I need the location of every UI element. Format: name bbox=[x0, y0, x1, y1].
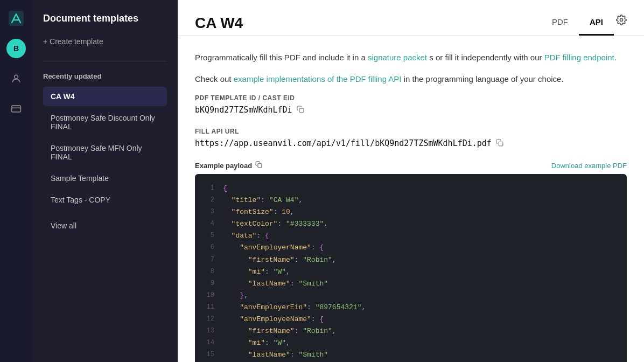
code-line: 6 "anvEmployerName": { bbox=[204, 242, 618, 254]
header-tabs: PDF API bbox=[541, 11, 614, 36]
pdf-filling-endpoint-link[interactable]: PDF filling endpoint bbox=[544, 53, 614, 62]
code-line: 3 "fontSize": 10, bbox=[204, 206, 618, 218]
user-avatar[interactable]: B bbox=[6, 39, 26, 58]
fill-api-url-section: Fill API URL https://app.useanvil.com/ap… bbox=[195, 128, 627, 148]
settings-button[interactable] bbox=[616, 15, 627, 28]
create-template-button[interactable]: + Create template bbox=[43, 37, 167, 46]
code-line: 4 "textColor": "#333333", bbox=[204, 218, 618, 230]
code-line: 9 "lastName": "Smith" bbox=[204, 278, 618, 290]
signature-packet-link[interactable]: signature packet bbox=[368, 53, 427, 62]
tab-api[interactable]: API bbox=[579, 11, 614, 36]
tab-pdf[interactable]: PDF bbox=[541, 11, 579, 36]
view-all-link[interactable]: View all bbox=[43, 216, 167, 235]
example-payload-header: Example payload Download example PDF bbox=[195, 161, 627, 170]
sidebar-item-postmoney-mfn[interactable]: Postmoney Safe MFN Only FINAL bbox=[43, 138, 167, 166]
code-line: 10 }, bbox=[204, 290, 618, 302]
code-line: 11 "anvEmployerEin": "897654321", bbox=[204, 302, 618, 314]
pdf-template-id-value: bKQ9nd27TZSmWKdhLfDi bbox=[195, 105, 627, 115]
code-line: 5 "data": { bbox=[204, 230, 618, 242]
card-icon[interactable] bbox=[6, 99, 26, 119]
code-line: 7 "firstName": "Robin", bbox=[204, 254, 618, 266]
intro-paragraph-1: Programmatically fill this PDF and inclu… bbox=[195, 51, 627, 64]
svg-rect-6 bbox=[499, 142, 503, 146]
code-line: 2 "title": "CA W4", bbox=[204, 194, 618, 206]
page-title: CA W4 bbox=[195, 15, 243, 32]
sidebar-item-ca-w4[interactable]: CA W4 bbox=[43, 87, 167, 106]
fill-api-url-label: Fill API URL bbox=[195, 128, 627, 135]
code-line: 8 "mi": "W", bbox=[204, 266, 618, 278]
example-payload-label: Example payload bbox=[195, 161, 262, 170]
main-header: CA W4 PDF API bbox=[178, 0, 644, 36]
sidebar-title: Document templates bbox=[43, 13, 167, 24]
svg-rect-5 bbox=[299, 108, 304, 113]
pdf-template-id-section: PDF Template ID / Cast EID bKQ9nd27TZSmW… bbox=[195, 94, 627, 115]
app-logo[interactable] bbox=[6, 9, 26, 28]
sidebar-item-sample-template[interactable]: Sample Template bbox=[43, 169, 167, 188]
contacts-icon[interactable] bbox=[6, 69, 26, 88]
fill-api-url-value: https://app.useanvil.com/api/v1/fill/bKQ… bbox=[195, 138, 627, 148]
intro-paragraph-2: Check out example implementations of the… bbox=[195, 73, 627, 86]
svg-point-4 bbox=[620, 19, 623, 22]
svg-point-1 bbox=[15, 75, 18, 79]
icon-rail: B bbox=[0, 0, 32, 362]
svg-rect-0 bbox=[9, 11, 24, 26]
sidebar: Document templates + Create template Rec… bbox=[32, 0, 178, 362]
code-line: 13 "firstName": "Robin", bbox=[204, 325, 618, 337]
recently-updated-label: Recently updated bbox=[43, 72, 167, 80]
pdf-template-id-label: PDF Template ID / Cast EID bbox=[195, 94, 627, 102]
code-line: 15 "lastName": "Smith" bbox=[204, 349, 618, 361]
main-content: Programmatically fill this PDF and inclu… bbox=[178, 36, 644, 362]
svg-rect-7 bbox=[258, 164, 262, 168]
code-line: 14 "mi": "W", bbox=[204, 337, 618, 349]
copy-api-url-button[interactable] bbox=[496, 139, 503, 148]
sidebar-item-text-tags-copy[interactable]: Text Tags - COPY bbox=[43, 190, 167, 210]
download-example-pdf-link[interactable]: Download example PDF bbox=[551, 162, 627, 170]
code-block[interactable]: 1 { 2 "title": "CA W4", 3 "fontSize": 10… bbox=[195, 174, 627, 362]
main-panel: CA W4 PDF API Programmatically fill this… bbox=[178, 0, 644, 362]
sidebar-item-postmoney-discount[interactable]: Postmoney Safe Discount Only FINAL bbox=[43, 108, 167, 136]
code-line: 1 { bbox=[204, 183, 618, 194]
copy-template-id-button[interactable] bbox=[297, 106, 304, 115]
svg-rect-2 bbox=[12, 106, 21, 112]
code-line: 12 "anvEmployeeName": { bbox=[204, 314, 618, 325]
copy-payload-button[interactable] bbox=[255, 161, 262, 170]
example-implementations-link[interactable]: example implementations of the PDF filli… bbox=[234, 74, 402, 83]
header-actions bbox=[616, 15, 627, 36]
sidebar-divider bbox=[43, 61, 167, 61]
